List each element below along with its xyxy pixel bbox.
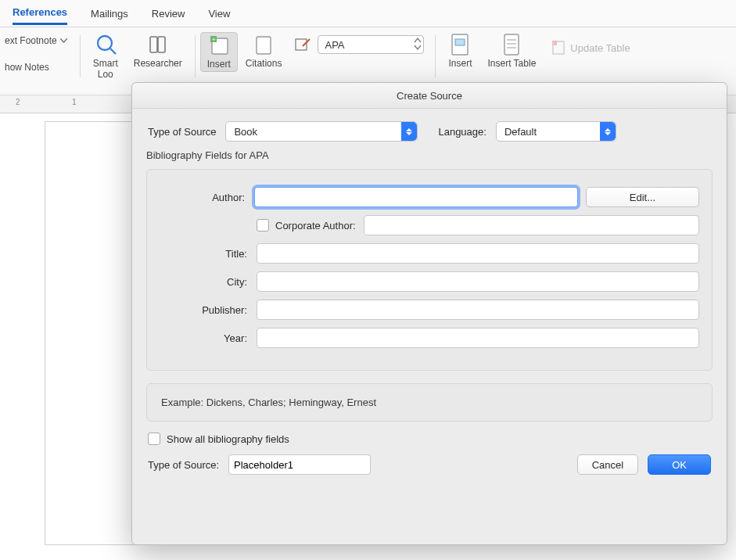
year-label: Year: (160, 332, 247, 344)
citations-icon (253, 34, 275, 56)
smart-lookup-button[interactable]: Smart Loo (85, 32, 126, 81)
ruler-mark: 1 (72, 98, 77, 106)
bib-group-title: Bibliography Fields for APA (146, 149, 727, 161)
author-label: Author: (160, 192, 245, 203)
page-image-icon (449, 34, 471, 56)
tab-mailings[interactable]: Mailings (91, 3, 128, 24)
example-text: Example: Dickens, Charles; Hemingway, Er… (146, 383, 713, 422)
researcher-button[interactable]: Researcher (126, 32, 190, 70)
svg-rect-3 (158, 37, 165, 52)
insert-bib-label: Insert (448, 58, 472, 69)
tag-name-input[interactable] (228, 454, 371, 475)
year-input[interactable] (257, 328, 699, 348)
corporate-author-input[interactable] (364, 215, 699, 235)
style-pen-icon (294, 37, 313, 52)
svg-rect-7 (257, 37, 271, 54)
title-input[interactable] (257, 243, 699, 264)
insert-citation-icon: + (208, 34, 230, 56)
corporate-author-checkbox[interactable] (257, 219, 269, 232)
city-input[interactable] (257, 271, 699, 292)
language-select[interactable]: Default (496, 121, 616, 142)
language-label: Language: (438, 126, 486, 138)
update-table-icon: ! (551, 40, 565, 56)
ruler-mark: 2 (16, 98, 20, 106)
publisher-input[interactable] (257, 300, 699, 320)
ok-button[interactable]: OK (648, 454, 711, 475)
popup-arrows-icon (600, 122, 616, 141)
tag-name-label: Type of Source: (148, 459, 219, 471)
cancel-button[interactable]: Cancel (577, 454, 638, 475)
svg-text:+: + (212, 36, 216, 43)
city-label: City: (160, 276, 247, 288)
source-type-select[interactable]: Book (225, 121, 418, 142)
source-type-value: Book (234, 126, 257, 138)
style-select[interactable]: APA (318, 35, 424, 54)
svg-point-0 (98, 36, 112, 50)
show-notes-button[interactable]: how Notes (5, 62, 67, 73)
citations-label: Citations (246, 58, 282, 69)
magnifier-icon (95, 34, 117, 56)
svg-rect-10 (455, 39, 465, 45)
citations-button[interactable]: Citations (238, 32, 290, 70)
popup-arrows-icon (401, 122, 417, 141)
insert-citation-button[interactable]: + Insert (200, 32, 238, 72)
insert-table-label: Insert Table (487, 58, 536, 69)
next-footnote-label: ext Footnote (5, 35, 57, 46)
page-lines-icon (501, 34, 522, 56)
insert-table-button[interactable]: Insert Table (479, 32, 544, 70)
edit-author-button[interactable]: Edit... (586, 187, 699, 207)
tab-review[interactable]: Review (152, 3, 185, 24)
insert-bib-button[interactable]: Insert (440, 32, 479, 70)
tab-references[interactable]: References (13, 2, 67, 25)
researcher-label: Researcher (134, 58, 182, 69)
bib-fields-group: Author: Edit... Corporate Author: Title:… (146, 169, 713, 371)
dialog-title: Create Source (132, 83, 727, 109)
chevron-down-icon (60, 38, 67, 43)
show-all-fields-checkbox[interactable] (148, 433, 160, 445)
update-table-button: ! Update Table (551, 40, 630, 56)
svg-rect-11 (504, 34, 519, 55)
update-table-label: Update Table (570, 42, 630, 54)
show-all-fields-label: Show all bibliography fields (167, 433, 289, 445)
publisher-label: Publisher: (160, 304, 247, 316)
smart-lookup-label: Smart Loo (93, 58, 118, 80)
tab-view[interactable]: View (208, 3, 230, 24)
create-source-dialog: Create Source Type of Source Book Langua… (131, 82, 727, 545)
corporate-author-label: Corporate Author: (275, 220, 356, 232)
title-label: Title: (160, 248, 247, 260)
books-icon (147, 34, 169, 56)
ribbon-tabs: References Mailings Review View (0, 0, 736, 27)
insert-citation-label: Insert (207, 59, 231, 70)
svg-line-1 (110, 48, 116, 54)
language-value: Default (504, 126, 537, 138)
svg-rect-2 (150, 37, 157, 52)
stepper-icon (414, 37, 422, 51)
type-of-source-label: Type of Source (148, 126, 216, 138)
author-input[interactable] (254, 187, 578, 207)
next-footnote-menu[interactable]: ext Footnote (5, 35, 67, 46)
style-value: APA (325, 39, 344, 51)
